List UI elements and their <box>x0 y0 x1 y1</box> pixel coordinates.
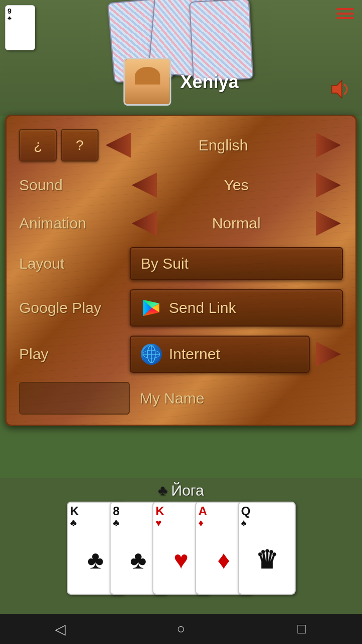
animation-next-btn[interactable] <box>314 209 343 238</box>
google-play-label: Google Play <box>19 299 130 316</box>
language-prev-btn[interactable] <box>104 131 133 160</box>
layout-button[interactable]: By Suit <box>130 247 343 280</box>
card-1-center: ♣ <box>87 545 104 575</box>
send-link-value: Send Link <box>169 299 236 316</box>
lang-icon-2[interactable]: ? <box>61 129 99 162</box>
bottom-player-name: ♣ Йога <box>158 482 204 499</box>
animation-prev-btn[interactable] <box>130 209 159 238</box>
bottom-game-area: ♣ Йога K ♣ ♣ 8 ♣ ♣ K ♥ ♥ A ♦ ♦ Q ♠ <box>0 478 362 614</box>
corner-card: 9 ♣ <box>5 5 35 50</box>
avatar <box>123 58 171 106</box>
lang-icons: ¿ ? <box>19 129 99 162</box>
card-2-center: ♣ <box>130 545 147 575</box>
sound-icon[interactable] <box>324 75 352 103</box>
hamburger-line-3 <box>336 17 354 19</box>
google-play-icon <box>141 297 162 318</box>
hamburger-menu[interactable] <box>332 4 358 23</box>
layout-value: By Suit <box>141 255 189 272</box>
animation-label: Animation <box>19 215 130 232</box>
club-suit-icon: ♣ <box>158 482 167 499</box>
card-4-center: ♦ <box>217 545 230 575</box>
google-play-row: Google Play <box>19 289 343 327</box>
hand-cards: K ♣ ♣ 8 ♣ ♣ K ♥ ♥ A ♦ ♦ Q ♠ ♛ <box>67 502 296 595</box>
play-row: Play Internet <box>19 336 343 373</box>
sound-row: Sound Yes <box>19 171 343 200</box>
language-row: ¿ ? English <box>19 129 343 162</box>
globe-icon <box>141 344 162 365</box>
hand-card-5[interactable]: Q ♠ ♛ <box>238 502 296 595</box>
internet-value: Internet <box>169 346 220 363</box>
recent-button[interactable]: □ <box>287 614 317 644</box>
my-name-label: My Name <box>140 390 204 407</box>
sound-label: Sound <box>19 177 130 194</box>
animation-row: Animation Normal <box>19 209 343 238</box>
navigation-bar: ◁ ○ □ <box>0 614 362 644</box>
card-5-center: ♛ <box>255 545 278 575</box>
player-header: Xeniya <box>123 58 238 106</box>
lang-icon-1[interactable]: ¿ <box>19 129 57 162</box>
bottom-player-label: Йога <box>171 482 204 499</box>
send-link-button[interactable]: Send Link <box>130 289 343 327</box>
card-5-rank: Q <box>241 505 292 517</box>
language-next-btn[interactable] <box>314 131 343 160</box>
internet-button[interactable]: Internet <box>130 336 310 373</box>
player-name: Xeniya <box>180 71 238 93</box>
name-input[interactable] <box>19 382 130 415</box>
home-button[interactable]: ○ <box>166 614 196 644</box>
my-name-row: My Name <box>19 382 343 415</box>
language-value: English <box>133 137 314 154</box>
layout-row: Layout By Suit <box>19 247 343 280</box>
card-5-suit: ♠ <box>241 517 292 529</box>
internet-next-btn[interactable] <box>314 340 343 369</box>
hamburger-line-2 <box>336 13 354 15</box>
play-label: Play <box>19 346 130 363</box>
settings-panel: ¿ ? English Sound Yes Animation Normal <box>5 115 357 426</box>
back-button[interactable]: ◁ <box>45 614 75 644</box>
sound-next-btn[interactable] <box>314 171 343 200</box>
animation-value: Normal <box>159 215 314 232</box>
top-cards-area <box>0 0 362 65</box>
sound-value: Yes <box>159 177 314 194</box>
layout-label: Layout <box>19 255 130 272</box>
hamburger-line-1 <box>336 8 354 10</box>
card-3-center: ♥ <box>173 545 189 575</box>
avatar-face <box>125 59 169 104</box>
sound-prev-btn[interactable] <box>130 171 159 200</box>
